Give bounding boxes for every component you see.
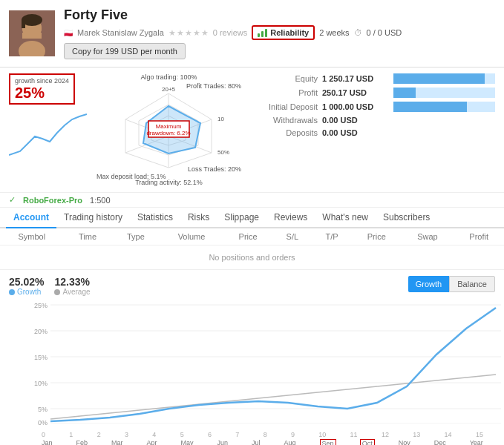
x-num-9: 9	[291, 431, 295, 438]
growth-stats-left: 25.02% Growth 12.33% Average	[9, 276, 91, 296]
header: Forty Five 🇵🇱 Marek Stanislaw Zygala ★★★…	[0, 0, 504, 67]
col-profit: Profit	[454, 228, 504, 245]
growth-avg-label: Average	[54, 288, 90, 296]
tab-reviews[interactable]: Reviews	[266, 208, 315, 227]
equity-label: Equity	[247, 74, 318, 83]
growth-since-label: growth since 2024	[15, 77, 69, 85]
no-positions-text: No positions and orders	[0, 245, 504, 270]
profit-bar	[393, 88, 495, 98]
svg-text:drawdown: 6.2%: drawdown: 6.2%	[146, 130, 190, 136]
svg-text:20+5: 20+5	[162, 86, 176, 93]
equity-row: Equity 1 250.17 USD	[247, 73, 495, 84]
flag-icon: 🇵🇱	[64, 29, 73, 37]
tab-trading-history[interactable]: Trading history	[56, 208, 130, 227]
growth-chart-container: 25% 20% 15% 10% 5% 0%	[9, 299, 495, 431]
month-feb: Feb	[76, 439, 88, 445]
col-time: Time	[64, 228, 112, 245]
svg-text:5%: 5%	[38, 406, 48, 413]
x-num-7: 7	[235, 431, 239, 438]
x-num-8: 8	[264, 431, 267, 438]
month-jan: Jan	[42, 439, 53, 445]
chart-type-buttons: Growth Balance	[408, 276, 495, 292]
profit-label: Profit	[247, 88, 318, 97]
tab-account[interactable]: Account	[6, 208, 56, 228]
growth-avg-pct: 12.33%	[54, 276, 90, 288]
initial-bar	[393, 102, 495, 112]
month-mar: Mar	[111, 439, 123, 445]
col-swap: Swap	[402, 228, 454, 245]
svg-text:Maximum: Maximum	[156, 123, 182, 130]
table-header-row: Symbol Time Type Volume Price S/L T/P Pr…	[0, 228, 504, 245]
tab-subscribers[interactable]: Subscribers	[376, 208, 437, 227]
month-sep: Sep	[320, 439, 336, 445]
growth-main-pct: 25.02%	[9, 276, 44, 288]
tab-risks[interactable]: Risks	[180, 208, 217, 227]
col-volume: Volume	[160, 228, 223, 245]
growth-section: 25.02% Growth 12.33% Average Growth Bala…	[0, 269, 504, 431]
x-num-14: 14	[445, 431, 452, 438]
balance-button[interactable]: Balance	[449, 276, 495, 292]
profit-row: Profit 250.17 USD	[247, 88, 495, 98]
radar-section: Algo trading: 100% Maximum drawdown: 6.2…	[96, 73, 241, 186]
profit-value: 250.17 USD	[322, 88, 389, 97]
month-oct: Oct	[360, 439, 375, 445]
withdrawals-row: Withdrawals 0.00 USD	[247, 116, 495, 125]
positions-table: Symbol Time Type Volume Price S/L T/P Pr…	[0, 228, 504, 269]
col-tp: T/P	[312, 228, 352, 245]
x-num-10: 10	[318, 431, 326, 438]
growth-box: growth since 2024 25%	[9, 73, 75, 105]
initial-value: 1 000.00 USD	[322, 102, 389, 111]
left-column: growth since 2024 25%	[9, 73, 91, 186]
col-type: Type	[112, 228, 160, 245]
month-may: May	[181, 439, 194, 445]
header-info: Forty Five 🇵🇱 Marek Stanislaw Zygala ★★★…	[64, 7, 495, 59]
tab-slippage[interactable]: Slippage	[217, 208, 266, 227]
weeks-value: 2 weeks	[319, 28, 349, 37]
stars-row: ★★★★★	[168, 28, 209, 38]
reviews-count: 0 reviews	[213, 28, 247, 37]
svg-rect-6	[22, 19, 25, 28]
tab-statistics[interactable]: Statistics	[130, 208, 180, 227]
svg-text:50%: 50%	[217, 149, 229, 156]
month-dec: Dec	[434, 439, 446, 445]
avatar-image	[9, 10, 55, 56]
month-nov: Nov	[399, 439, 410, 445]
col-price: Price	[223, 228, 273, 245]
reliability-bars-icon	[258, 29, 267, 37]
growth-avg-stat: 12.33% Average	[54, 276, 90, 296]
stats-section: growth since 2024 25% Algo trading: 100%	[0, 67, 504, 193]
initial-deposit-row: Initial Deposit 1 000.00 USD	[247, 102, 495, 112]
reliability-label: Reliability	[270, 28, 309, 37]
x-num-3: 3	[125, 431, 128, 438]
x-num-15: 15	[476, 431, 483, 438]
radar-chart-svg: Maximum drawdown: 6.2% 20+5 10 50%	[108, 82, 230, 179]
check-icon: ✓	[9, 195, 16, 205]
trader-name: Forty Five	[64, 7, 495, 23]
growth-dot-label: Growth	[17, 288, 41, 296]
initial-label: Initial Deposit	[247, 102, 318, 111]
x-num-1: 1	[69, 431, 73, 438]
author-name: Marek Stanislaw Zygala	[77, 28, 164, 37]
growth-button[interactable]: Growth	[408, 276, 449, 292]
growth-chart-svg: 25% 20% 15% 10% 5% 0%	[30, 299, 504, 429]
copy-button[interactable]: Copy for 199 USD per month	[64, 43, 186, 59]
no-data-row: No positions and orders	[0, 245, 504, 270]
col-symbol: Symbol	[0, 228, 64, 245]
month-aug: Aug	[284, 439, 296, 445]
svg-text:15%: 15%	[34, 354, 48, 361]
clock-icon: ⏱	[354, 28, 362, 37]
month-jul: Jul	[252, 439, 261, 445]
robo-info-row: ✓ RoboForex-Pro 1:500	[0, 193, 504, 208]
tab-whats-new[interactable]: What's new	[315, 208, 376, 227]
algo-trading-label: Algo trading: 100%	[96, 73, 241, 81]
svg-text:20%: 20%	[34, 328, 48, 335]
month-year: Year	[470, 439, 483, 445]
avatar	[9, 10, 55, 56]
svg-text:0%: 0%	[38, 419, 48, 426]
x-num-2: 2	[97, 431, 101, 438]
x-num-12: 12	[382, 431, 389, 438]
growth-header-row: 25.02% Growth 12.33% Average Growth Bala…	[9, 276, 495, 296]
month-jun: Jun	[217, 439, 229, 445]
profit-trades-label: Profit Trades: 80%	[186, 82, 241, 90]
x-num-0: 0	[42, 431, 45, 438]
